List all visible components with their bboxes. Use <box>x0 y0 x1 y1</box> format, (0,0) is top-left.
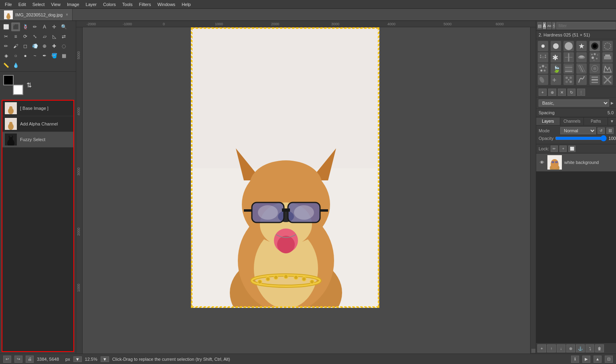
tool-ink[interactable]: ✒ <box>40 51 49 60</box>
menu-tools[interactable]: Tools <box>119 1 136 8</box>
tool-heal[interactable]: ✚ <box>50 42 59 51</box>
layer-raise-btn[interactable]: ↑ <box>547 344 556 352</box>
status-undo-btn[interactable]: ↩ <box>3 356 11 363</box>
brush-item[interactable] <box>590 41 600 51</box>
lock-pen-icon[interactable]: ✏ <box>551 146 558 152</box>
brush-item[interactable]: ✱ <box>551 52 561 63</box>
layer-lower-btn[interactable]: ↓ <box>557 344 565 352</box>
brush-item[interactable] <box>563 63 574 74</box>
brush-refresh-btn[interactable]: ↻ <box>567 89 575 96</box>
history-item[interactable]: Fuzzy Select <box>2 132 73 148</box>
tab-layers[interactable]: Layers <box>536 117 560 125</box>
status-redo-btn[interactable]: ↪ <box>14 356 22 363</box>
brush-item[interactable] <box>538 52 548 63</box>
layer-row[interactable]: 👁 white background <box>536 154 616 172</box>
lcp-menu-btn[interactable]: ▼ <box>608 117 616 125</box>
status-window-btn[interactable]: ⊡ <box>605 356 613 363</box>
brush-duplicate-btn[interactable]: ⊕ <box>548 89 556 96</box>
brush-item[interactable] <box>538 63 548 74</box>
swap-colors-icon[interactable]: ⇅ <box>26 81 32 89</box>
brush-delete-btn[interactable]: ✕ <box>558 89 566 96</box>
tool-zoom[interactable]: 🔍 <box>59 22 68 31</box>
opacity-slider[interactable] <box>555 135 607 141</box>
tool-select-rect[interactable]: ⬛ <box>11 22 20 31</box>
layer-visibility-icon[interactable]: 👁 <box>539 159 545 166</box>
tab-channels[interactable]: Channels <box>560 117 584 125</box>
mode-reset-btn[interactable]: ↺ <box>598 127 605 134</box>
brush-icon-3[interactable]: Ab <box>547 22 552 29</box>
mode-dropdown[interactable]: Normal <box>560 127 596 134</box>
canvas-scroll[interactable] <box>83 27 530 354</box>
tool-eraser[interactable]: ◻ <box>21 42 30 51</box>
brush-item[interactable]: ★ <box>576 41 587 51</box>
brush-item[interactable] <box>590 63 600 74</box>
tool-dodge[interactable]: ○ <box>11 51 20 60</box>
history-item[interactable]: Add Alpha Channel <box>2 116 73 132</box>
tool-clone[interactable]: ⊕ <box>40 42 49 51</box>
brush-item[interactable] <box>563 41 574 51</box>
layer-anchor-btn[interactable]: ⚓ <box>576 344 585 352</box>
tool-paintbrush[interactable]: 🖌 <box>11 42 20 51</box>
brush-item[interactable] <box>590 52 600 63</box>
brush-item[interactable] <box>590 75 600 85</box>
tool-blur[interactable]: ◌ <box>59 42 68 51</box>
tool-smudge[interactable]: ~ <box>30 51 39 60</box>
tool-pencil[interactable]: ✏ <box>2 42 10 51</box>
brush-type-dropdown[interactable]: Basic, <box>539 99 609 107</box>
brush-item[interactable] <box>563 75 574 85</box>
lock-alpha-icon[interactable]: ⬜ <box>568 146 575 152</box>
tool-text[interactable]: A <box>40 22 49 31</box>
brush-item[interactable] <box>576 52 587 63</box>
zoom-dropdown[interactable]: ▼ <box>101 356 109 362</box>
status-print-btn[interactable]: 🖨 <box>26 356 34 363</box>
tool-move[interactable]: ✛ <box>50 22 59 31</box>
tab-close-button[interactable]: × <box>66 12 68 17</box>
tool-perspective[interactable]: ◺ <box>50 32 59 41</box>
brush-item[interactable] <box>602 41 613 51</box>
foreground-color-swatch[interactable] <box>3 75 14 85</box>
brush-icon-4[interactable]: 𝄞 <box>552 22 555 29</box>
unit-dropdown[interactable]: ▼ <box>73 356 82 362</box>
tool-align[interactable]: ≡ <box>11 32 20 41</box>
tool-shear[interactable]: ▱ <box>40 32 49 41</box>
menu-image[interactable]: Image <box>64 1 83 8</box>
brush-item[interactable] <box>602 52 613 63</box>
history-item[interactable]: [ Base Image ] <box>2 101 73 116</box>
menu-file[interactable]: File <box>2 1 15 8</box>
brush-menu-btn[interactable]: ⋮ <box>577 89 585 96</box>
tab-paths[interactable]: Paths <box>584 117 608 125</box>
brush-item[interactable] <box>602 63 613 74</box>
menu-colors[interactable]: Colors <box>100 1 119 8</box>
background-color-swatch[interactable] <box>13 85 23 95</box>
menu-windows[interactable]: Windows <box>154 1 178 8</box>
menu-help[interactable]: Help <box>178 1 194 8</box>
document-tab[interactable]: IMG_20230512_dog.jpg × <box>0 9 73 20</box>
brush-item[interactable] <box>563 52 574 63</box>
brush-item[interactable] <box>551 41 561 51</box>
layer-duplicate-btn[interactable]: ⊕ <box>566 344 575 352</box>
filter-input[interactable] <box>556 22 616 29</box>
brush-item[interactable]: + <box>551 75 561 85</box>
brush-new-btn[interactable]: + <box>539 89 547 96</box>
tool-bucket-fill[interactable]: 🪣 <box>50 51 59 60</box>
layer-merge-btn[interactable]: ⤵ <box>586 344 594 352</box>
tool-burn[interactable]: ● <box>21 51 30 60</box>
status-expand-btn[interactable]: ▲ <box>594 356 602 363</box>
layer-delete-btn[interactable]: 🗑 <box>595 344 604 352</box>
tool-transform[interactable]: ⟳ <box>21 32 30 41</box>
brush-item[interactable] <box>602 75 613 85</box>
menu-filters[interactable]: Filters <box>136 1 154 8</box>
brush-item[interactable] <box>576 75 587 85</box>
menu-select[interactable]: Select <box>29 1 48 8</box>
tool-new-image[interactable]: ⬜ <box>2 22 10 31</box>
tool-scale[interactable]: ⤡ <box>30 32 39 41</box>
scroll-corner[interactable] <box>531 349 535 353</box>
status-collapse-btn[interactable]: ▶ <box>582 356 590 363</box>
tool-gradient[interactable]: ▦ <box>59 51 68 60</box>
tool-crop[interactable]: ✂ <box>2 32 10 41</box>
brush-type-expand[interactable]: ▶ <box>611 101 614 105</box>
tool-sharpen[interactable]: ◈ <box>2 51 10 60</box>
tool-lasso[interactable]: 🪢 <box>21 22 30 31</box>
tool-color-picker[interactable]: 💧 <box>11 61 20 70</box>
brush-item[interactable] <box>576 63 587 74</box>
